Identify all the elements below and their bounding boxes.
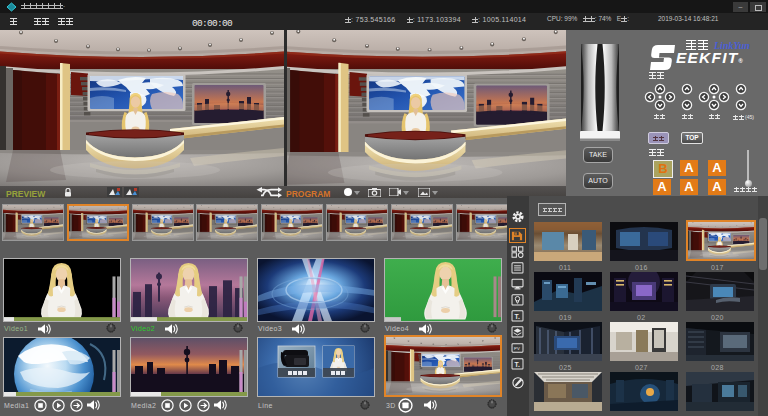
svg-text:T.: T. bbox=[515, 313, 520, 320]
svg-text:T.: T. bbox=[515, 361, 520, 368]
svg-text:PV: PV bbox=[514, 346, 520, 351]
